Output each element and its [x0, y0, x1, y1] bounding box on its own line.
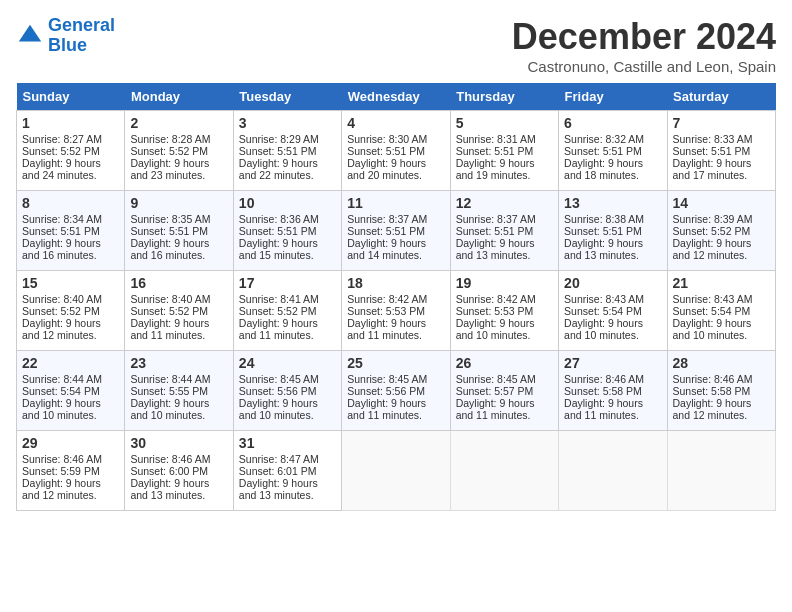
col-sunday: Sunday [17, 83, 125, 111]
table-row: 25 Sunrise: 8:45 AM Sunset: 5:56 PM Dayl… [342, 351, 450, 431]
table-row: 5 Sunrise: 8:31 AM Sunset: 5:51 PM Dayli… [450, 111, 558, 191]
sunset-text: Sunset: 5:52 PM [239, 305, 317, 317]
daylight-text: Daylight: 9 hours and 23 minutes. [130, 157, 209, 181]
calendar-week-row: 8 Sunrise: 8:34 AM Sunset: 5:51 PM Dayli… [17, 191, 776, 271]
day-number: 11 [347, 195, 444, 211]
page-header: General Blue December 2024 Castronuno, C… [16, 16, 776, 75]
sunset-text: Sunset: 5:51 PM [347, 145, 425, 157]
logo-icon [16, 22, 44, 50]
sunrise-text: Sunrise: 8:41 AM [239, 293, 319, 305]
sunrise-text: Sunrise: 8:43 AM [673, 293, 753, 305]
day-number: 25 [347, 355, 444, 371]
daylight-text: Daylight: 9 hours and 16 minutes. [22, 237, 101, 261]
sunset-text: Sunset: 5:57 PM [456, 385, 534, 397]
sunset-text: Sunset: 6:00 PM [130, 465, 208, 477]
day-number: 1 [22, 115, 119, 131]
table-row [559, 431, 667, 511]
sunset-text: Sunset: 5:54 PM [673, 305, 751, 317]
table-row: 24 Sunrise: 8:45 AM Sunset: 5:56 PM Dayl… [233, 351, 341, 431]
day-number: 6 [564, 115, 661, 131]
sunset-text: Sunset: 5:51 PM [564, 145, 642, 157]
col-tuesday: Tuesday [233, 83, 341, 111]
daylight-text: Daylight: 9 hours and 11 minutes. [564, 397, 643, 421]
sunrise-text: Sunrise: 8:46 AM [22, 453, 102, 465]
table-row: 27 Sunrise: 8:46 AM Sunset: 5:58 PM Dayl… [559, 351, 667, 431]
sunset-text: Sunset: 5:51 PM [130, 225, 208, 237]
sunrise-text: Sunrise: 8:42 AM [347, 293, 427, 305]
daylight-text: Daylight: 9 hours and 13 minutes. [456, 237, 535, 261]
day-number: 5 [456, 115, 553, 131]
day-number: 24 [239, 355, 336, 371]
table-row: 15 Sunrise: 8:40 AM Sunset: 5:52 PM Dayl… [17, 271, 125, 351]
sunrise-text: Sunrise: 8:47 AM [239, 453, 319, 465]
col-thursday: Thursday [450, 83, 558, 111]
table-row: 29 Sunrise: 8:46 AM Sunset: 5:59 PM Dayl… [17, 431, 125, 511]
sunrise-text: Sunrise: 8:42 AM [456, 293, 536, 305]
col-wednesday: Wednesday [342, 83, 450, 111]
header-row: Sunday Monday Tuesday Wednesday Thursday… [17, 83, 776, 111]
daylight-text: Daylight: 9 hours and 22 minutes. [239, 157, 318, 181]
location-title: Castronuno, Castille and Leon, Spain [512, 58, 776, 75]
calendar-week-row: 1 Sunrise: 8:27 AM Sunset: 5:52 PM Dayli… [17, 111, 776, 191]
sunset-text: Sunset: 5:51 PM [456, 225, 534, 237]
sunrise-text: Sunrise: 8:40 AM [130, 293, 210, 305]
day-number: 20 [564, 275, 661, 291]
sunset-text: Sunset: 5:53 PM [347, 305, 425, 317]
calendar-week-row: 22 Sunrise: 8:44 AM Sunset: 5:54 PM Dayl… [17, 351, 776, 431]
title-area: December 2024 Castronuno, Castille and L… [512, 16, 776, 75]
table-row [342, 431, 450, 511]
daylight-text: Daylight: 9 hours and 16 minutes. [130, 237, 209, 261]
day-number: 22 [22, 355, 119, 371]
daylight-text: Daylight: 9 hours and 20 minutes. [347, 157, 426, 181]
sunrise-text: Sunrise: 8:28 AM [130, 133, 210, 145]
sunset-text: Sunset: 5:56 PM [239, 385, 317, 397]
sunset-text: Sunset: 5:58 PM [673, 385, 751, 397]
day-number: 18 [347, 275, 444, 291]
daylight-text: Daylight: 9 hours and 10 minutes. [673, 317, 752, 341]
day-number: 19 [456, 275, 553, 291]
daylight-text: Daylight: 9 hours and 10 minutes. [22, 397, 101, 421]
table-row: 2 Sunrise: 8:28 AM Sunset: 5:52 PM Dayli… [125, 111, 233, 191]
sunrise-text: Sunrise: 8:29 AM [239, 133, 319, 145]
sunrise-text: Sunrise: 8:39 AM [673, 213, 753, 225]
day-number: 31 [239, 435, 336, 451]
sunrise-text: Sunrise: 8:44 AM [130, 373, 210, 385]
daylight-text: Daylight: 9 hours and 12 minutes. [673, 237, 752, 261]
calendar-week-row: 15 Sunrise: 8:40 AM Sunset: 5:52 PM Dayl… [17, 271, 776, 351]
sunrise-text: Sunrise: 8:27 AM [22, 133, 102, 145]
table-row: 8 Sunrise: 8:34 AM Sunset: 5:51 PM Dayli… [17, 191, 125, 271]
sunset-text: Sunset: 5:59 PM [22, 465, 100, 477]
calendar-table: Sunday Monday Tuesday Wednesday Thursday… [16, 83, 776, 511]
logo-text: General Blue [48, 16, 115, 56]
daylight-text: Daylight: 9 hours and 12 minutes. [673, 397, 752, 421]
daylight-text: Daylight: 9 hours and 10 minutes. [239, 397, 318, 421]
table-row: 1 Sunrise: 8:27 AM Sunset: 5:52 PM Dayli… [17, 111, 125, 191]
sunrise-text: Sunrise: 8:37 AM [347, 213, 427, 225]
daylight-text: Daylight: 9 hours and 15 minutes. [239, 237, 318, 261]
table-row: 23 Sunrise: 8:44 AM Sunset: 5:55 PM Dayl… [125, 351, 233, 431]
table-row: 18 Sunrise: 8:42 AM Sunset: 5:53 PM Dayl… [342, 271, 450, 351]
table-row: 21 Sunrise: 8:43 AM Sunset: 5:54 PM Dayl… [667, 271, 775, 351]
table-row: 3 Sunrise: 8:29 AM Sunset: 5:51 PM Dayli… [233, 111, 341, 191]
day-number: 9 [130, 195, 227, 211]
daylight-text: Daylight: 9 hours and 10 minutes. [564, 317, 643, 341]
table-row: 6 Sunrise: 8:32 AM Sunset: 5:51 PM Dayli… [559, 111, 667, 191]
table-row: 26 Sunrise: 8:45 AM Sunset: 5:57 PM Dayl… [450, 351, 558, 431]
sunrise-text: Sunrise: 8:38 AM [564, 213, 644, 225]
month-title: December 2024 [512, 16, 776, 58]
sunrise-text: Sunrise: 8:46 AM [130, 453, 210, 465]
sunset-text: Sunset: 5:52 PM [130, 305, 208, 317]
table-row: 17 Sunrise: 8:41 AM Sunset: 5:52 PM Dayl… [233, 271, 341, 351]
day-number: 23 [130, 355, 227, 371]
table-row: 10 Sunrise: 8:36 AM Sunset: 5:51 PM Dayl… [233, 191, 341, 271]
table-row: 11 Sunrise: 8:37 AM Sunset: 5:51 PM Dayl… [342, 191, 450, 271]
table-row: 13 Sunrise: 8:38 AM Sunset: 5:51 PM Dayl… [559, 191, 667, 271]
table-row [450, 431, 558, 511]
col-saturday: Saturday [667, 83, 775, 111]
sunrise-text: Sunrise: 8:45 AM [456, 373, 536, 385]
sunrise-text: Sunrise: 8:44 AM [22, 373, 102, 385]
sunrise-text: Sunrise: 8:33 AM [673, 133, 753, 145]
sunset-text: Sunset: 5:52 PM [130, 145, 208, 157]
sunset-text: Sunset: 5:53 PM [456, 305, 534, 317]
daylight-text: Daylight: 9 hours and 11 minutes. [347, 317, 426, 341]
